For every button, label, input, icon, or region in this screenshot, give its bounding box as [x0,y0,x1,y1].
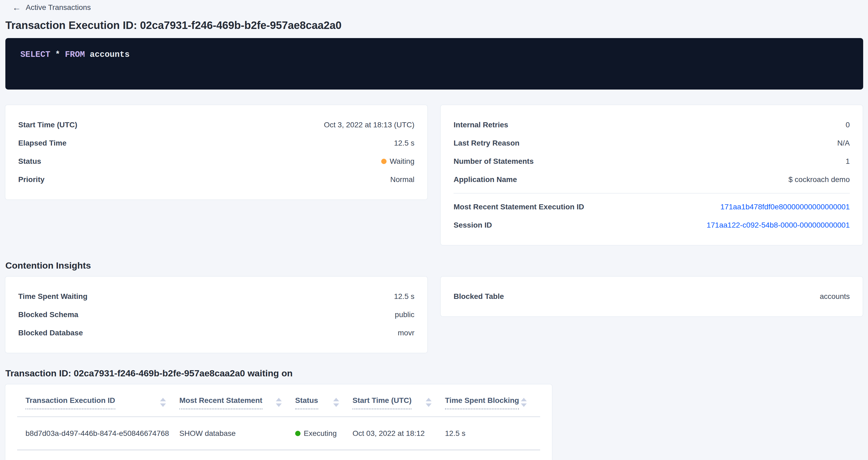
priority-label: Priority [18,175,44,184]
time-spent-waiting-value: 12.5 s [394,292,414,301]
internal-retries-row: Internal Retries 0 [454,116,850,134]
start-time-value: Oct 3, 2022 at 18:13 (UTC) [324,121,414,129]
elapsed-time-value: 12.5 s [394,139,414,148]
blocked-schema-value: public [395,310,414,319]
last-retry-reason-label: Last Retry Reason [454,139,520,148]
blocked-database-value: movr [398,329,414,337]
status-executing-dot-icon [295,431,301,436]
blocked-table-row: Blocked Table accounts [454,287,850,306]
status-label: Status [18,157,41,166]
start-time-row: Start Time (UTC) Oct 3, 2022 at 18:13 (U… [18,116,414,134]
blocked-schema-label: Blocked Schema [18,310,78,319]
cell-transaction-execution-id: b8d7d03a-d497-446b-8474-e50846674768 [26,429,179,438]
number-of-statements-label: Number of Statements [454,157,534,166]
transaction-summary-card: Start Time (UTC) Oct 3, 2022 at 18:13 (U… [5,104,428,200]
elapsed-time-label: Elapsed Time [18,139,66,148]
column-header-most-recent-statement[interactable]: Most Recent Statement [179,396,295,416]
sql-keyword-select: SELECT [20,50,51,60]
transaction-details-page: ← Active Transactions Transaction Execut… [0,0,868,460]
status-waiting-dot-icon [381,159,386,164]
number-of-statements-value: 1 [845,157,850,166]
sql-keyword-from: FROM [65,50,85,60]
statement-execution-id-row: Most Recent Statement Execution ID 171aa… [454,198,850,216]
sql-statement: SELECT * FROM accounts [20,50,848,60]
blocked-database-row: Blocked Database movr [18,324,414,342]
summary-cards-row: Start Time (UTC) Oct 3, 2022 at 18:13 (U… [5,104,863,246]
cell-status: Executing [295,429,352,438]
column-header-label: Start Time (UTC) [352,396,411,409]
status-value: Waiting [381,157,414,166]
application-name-value: $ cockroach demo [788,175,850,184]
time-spent-waiting-row: Time Spent Waiting 12.5 s [18,287,414,306]
back-to-active-transactions-link[interactable]: ← Active Transactions [0,0,91,12]
last-retry-reason-row: Last Retry Reason N/A [454,134,850,152]
statement-execution-id-label: Most Recent Statement Execution ID [454,203,584,211]
table-row: b8d7d03a-d497-446b-8474-e50846674768 SHO… [17,417,540,450]
sql-table-identifier: accounts [90,50,130,60]
statement-execution-id-link[interactable]: 171aa1b478fdf0e80000000000000001 [720,203,850,211]
sql-statement-box: SELECT * FROM accounts [5,38,863,90]
cell-start-time: Oct 03, 2022 at 18:12 [352,429,445,438]
column-header-start-time[interactable]: Start Time (UTC) [352,396,445,416]
back-arrow-icon: ← [12,3,21,12]
last-retry-reason-value: N/A [837,139,850,148]
blocked-schema-row: Blocked Schema public [18,306,414,324]
waiting-on-heading: Transaction ID: 02ca7931-f246-469b-b2fe-… [5,368,863,378]
sort-icon [521,398,527,407]
cell-most-recent-statement: SHOW database [179,429,295,438]
sort-icon [426,398,432,407]
column-header-label: Most Recent Statement [179,396,262,409]
waiting-on-table: Transaction Execution ID Most Recent Sta… [5,384,553,460]
priority-row: Priority Normal [18,171,414,189]
session-id-link[interactable]: 171aa122-c092-54b8-0000-000000000001 [707,221,850,229]
page-title: Transaction Execution ID: 02ca7931-f246-… [5,19,863,32]
internal-retries-label: Internal Retries [454,121,508,129]
blocked-table-value: accounts [820,292,850,301]
sort-icon [276,398,282,407]
number-of-statements-row: Number of Statements 1 [454,152,850,171]
column-header-transaction-execution-id[interactable]: Transaction Execution ID [26,396,179,416]
contention-blocked-table-card: Blocked Table accounts [440,276,863,317]
column-header-label: Transaction Execution ID [26,396,115,409]
column-header-time-spent-blocking[interactable]: Time Spent Blocking [445,396,540,416]
application-name-label: Application Name [454,175,517,184]
priority-value: Normal [390,175,414,184]
column-header-label: Status [295,396,318,409]
internal-retries-value: 0 [845,121,850,129]
contention-cards-row: Time Spent Waiting 12.5 s Blocked Schema… [5,276,863,353]
sort-icon [333,398,339,407]
blocked-table-label: Blocked Table [454,292,504,301]
start-time-label: Start Time (UTC) [18,121,77,129]
breadcrumb-label: Active Transactions [26,3,91,12]
blocked-database-label: Blocked Database [18,329,83,337]
column-header-label: Time Spent Blocking [445,396,519,409]
cell-status-text: Executing [304,429,337,438]
status-value-text: Waiting [390,157,414,166]
cell-time-spent-blocking: 12.5 s [445,429,540,438]
column-header-status[interactable]: Status [295,396,352,416]
time-spent-waiting-label: Time Spent Waiting [18,292,87,301]
waiting-on-table-header: Transaction Execution ID Most Recent Sta… [17,385,540,417]
sort-icon [160,398,166,407]
transaction-details-card: Internal Retries 0 Last Retry Reason N/A… [440,104,863,246]
card-divider [454,193,850,193]
status-row: Status Waiting [18,152,414,171]
contention-insights-heading: Contention Insights [5,260,863,271]
sql-star-operator: * [55,50,60,60]
elapsed-time-row: Elapsed Time 12.5 s [18,134,414,152]
session-id-row: Session ID 171aa122-c092-54b8-0000-00000… [454,216,850,234]
session-id-label: Session ID [454,221,492,229]
application-name-row: Application Name $ cockroach demo [454,171,850,189]
contention-waiting-card: Time Spent Waiting 12.5 s Blocked Schema… [5,276,428,353]
